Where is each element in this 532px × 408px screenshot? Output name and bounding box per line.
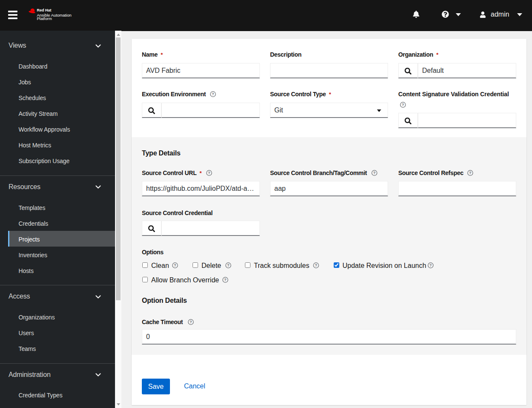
svg-text:?: ? — [429, 263, 431, 267]
svg-text:?: ? — [208, 171, 210, 175]
svg-text:?: ? — [190, 320, 192, 324]
svg-text:?: ? — [212, 92, 214, 96]
svg-text:?: ? — [373, 171, 375, 175]
svg-text:?: ? — [174, 263, 176, 267]
svg-text:?: ? — [402, 103, 404, 107]
svg-text:?: ? — [469, 171, 471, 175]
svg-text:?: ? — [227, 263, 229, 267]
svg-text:?: ? — [224, 278, 226, 282]
svg-text:?: ? — [315, 263, 317, 267]
